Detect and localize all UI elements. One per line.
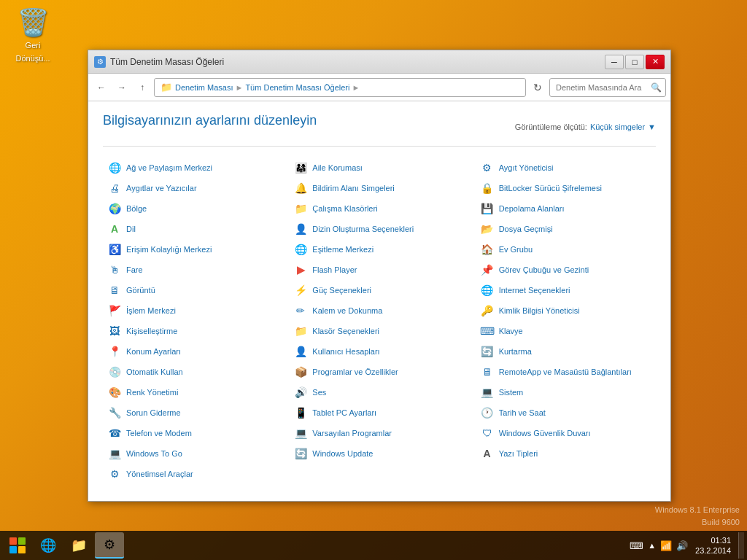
start-icon bbox=[9, 537, 26, 553]
item-flash[interactable]: ▶Flash Player bbox=[289, 260, 469, 279]
item-power[interactable]: ⚡Güç Seçenekleri bbox=[289, 281, 469, 300]
keyboard-layout-icon[interactable]: ⌨ bbox=[630, 540, 643, 551]
item-tablet[interactable]: 📱Tablet PC Ayarları bbox=[289, 403, 469, 422]
title-bar-left: ⚙ Tüm Denetim Masası Öğeleri bbox=[94, 56, 224, 68]
item-file-history[interactable]: 📂Dosya Geçmişi bbox=[476, 219, 656, 238]
family-icon: 👨‍👩‍👧 bbox=[293, 160, 308, 175]
forward-button[interactable]: → bbox=[113, 79, 131, 96]
item-indexing[interactable]: 👤Dizin Oluşturma Seçenekleri bbox=[289, 219, 469, 238]
item-language[interactable]: ADil bbox=[103, 219, 283, 238]
item-storage[interactable]: 💾Depolama Alanları bbox=[476, 199, 656, 218]
ie-icon: 🌐 bbox=[40, 537, 56, 553]
speaker-tray-icon[interactable]: 🔊 bbox=[676, 540, 688, 551]
item-device-manager[interactable]: ⚙Aygıt Yöneticisi bbox=[476, 158, 656, 177]
item-mouse[interactable]: 🖱Fare bbox=[103, 260, 283, 279]
item-datetime[interactable]: 🕐Tarih ve Saat bbox=[476, 403, 656, 422]
item-family[interactable]: 👨‍👩‍👧Aile Koruması bbox=[289, 158, 469, 177]
credential-icon: 🔑 bbox=[480, 303, 495, 318]
network-tray-icon[interactable]: 📶 bbox=[660, 540, 672, 551]
taskbar-item-explorer[interactable]: 📁 bbox=[64, 532, 93, 559]
clock[interactable]: 01:31 23.2.2014 bbox=[689, 535, 737, 556]
control-panel-window: ⚙ Tüm Denetim Masası Öğeleri ─ □ ✕ ← → ↑… bbox=[88, 50, 671, 502]
firewall-icon: 🛡 bbox=[480, 426, 495, 440]
item-pen[interactable]: ✏Kalem ve Dokunma bbox=[289, 301, 469, 320]
item-sound[interactable]: 🔊Ses bbox=[289, 383, 469, 402]
item-recovery[interactable]: 🔄Kurtarma bbox=[476, 342, 656, 361]
show-desktop-button[interactable] bbox=[738, 532, 744, 559]
sound-icon: 🔊 bbox=[293, 385, 308, 400]
tray-expand-icon[interactable]: ▲ bbox=[648, 541, 656, 550]
path-sep-1: ► bbox=[235, 83, 243, 92]
item-credential[interactable]: 🔑Kimlik Bilgisi Yöneticisi bbox=[476, 301, 656, 320]
item-default-programs[interactable]: 💻Varsayılan Programlar bbox=[289, 424, 469, 443]
item-display[interactable]: 🖥Görüntü bbox=[103, 281, 283, 300]
address-path[interactable]: 📁 Denetim Masası ► Tüm Denetim Masası Öğ… bbox=[154, 78, 526, 97]
item-taskbar-nav[interactable]: 📌Görev Çubuğu ve Gezinti bbox=[476, 260, 656, 279]
item-color[interactable]: 🎨Renk Yönetimi bbox=[103, 383, 283, 402]
taskbar: 🌐 📁 ⚙ ⌨ ▲ 📶 🔊 01:31 23.2.2014 bbox=[0, 531, 747, 560]
autoplay-icon: 💿 bbox=[107, 365, 122, 379]
item-fonts[interactable]: AYazı Tipleri bbox=[476, 444, 656, 463]
refresh-button[interactable]: ↻ bbox=[529, 79, 546, 96]
item-admin-tools[interactable]: ⚙Yönetimsel Araçlar bbox=[103, 464, 283, 483]
maximize-button[interactable]: □ bbox=[625, 55, 644, 69]
close-button[interactable]: ✕ bbox=[646, 55, 665, 69]
minimize-button[interactable]: ─ bbox=[605, 55, 624, 69]
path-part-2: Tüm Denetim Masası Öğeleri bbox=[245, 83, 349, 92]
storage-icon: 💾 bbox=[480, 201, 495, 216]
location-icon: 📍 bbox=[107, 344, 122, 359]
item-windows-to-go[interactable]: 💻Windows To Go bbox=[103, 444, 283, 463]
item-remoteapp[interactable]: 🖥RemoteApp ve Masaüstü Bağlantıları bbox=[476, 362, 656, 381]
internet-options-icon: 🌐 bbox=[480, 283, 495, 298]
pen-icon: ✏ bbox=[293, 303, 308, 318]
item-sync[interactable]: 🌐Eşitleme Merkezi bbox=[289, 240, 469, 259]
taskbar-item-ie[interactable]: 🌐 bbox=[34, 532, 63, 559]
item-system[interactable]: 💻Sistem bbox=[476, 383, 656, 402]
item-accessibility[interactable]: ♿Erişim Kolaylığı Merkezi bbox=[103, 240, 283, 259]
taskbar-item-control-panel[interactable]: ⚙ bbox=[95, 532, 124, 559]
language-icon: A bbox=[107, 222, 122, 236]
view-dropdown-icon[interactable]: ▼ bbox=[648, 122, 656, 131]
item-region[interactable]: 🌍Bölge bbox=[103, 199, 283, 218]
item-notification[interactable]: 🔔Bildirim Alanı Simgeleri bbox=[289, 179, 469, 198]
search-input[interactable] bbox=[549, 78, 666, 97]
work-folders-icon: 📁 bbox=[293, 201, 308, 216]
content-area: Bilgisayarınızın ayarlarını düzenleyin G… bbox=[88, 101, 670, 501]
item-folder-options[interactable]: 📁Klasör Seçenekleri bbox=[289, 322, 469, 341]
item-homegroup[interactable]: 🏠Ev Grubu bbox=[476, 240, 656, 259]
action-center-icon: 🚩 bbox=[107, 303, 122, 318]
window-icon: ⚙ bbox=[94, 56, 106, 68]
title-bar-controls: ─ □ ✕ bbox=[605, 55, 665, 69]
item-keyboard[interactable]: ⌨Klavye bbox=[476, 322, 656, 341]
recycle-bin[interactable]: 🗑️ GeriDönüşü... bbox=[7, 7, 58, 64]
item-internet-options[interactable]: 🌐Internet Seçenekleri bbox=[476, 281, 656, 300]
item-firewall[interactable]: 🛡Windows Güvenlik Duvarı bbox=[476, 424, 656, 443]
item-troubleshoot[interactable]: 🔧Sorun Giderme bbox=[103, 403, 283, 422]
start-button[interactable] bbox=[3, 531, 32, 560]
item-devices[interactable]: 🖨Aygıtlar ve Yazıcılar bbox=[103, 179, 283, 198]
item-network[interactable]: 🌐Ağ ve Paylaşım Merkezi bbox=[103, 158, 283, 177]
item-autoplay[interactable]: 💿Otomatik Kullan bbox=[103, 362, 283, 381]
os-watermark: Windows 8.1 Enterprise Build 9600 bbox=[655, 504, 740, 528]
up-button[interactable]: ↑ bbox=[133, 79, 151, 96]
default-programs-icon: 💻 bbox=[293, 426, 308, 440]
recycle-bin-icon: 🗑️ bbox=[7, 7, 58, 38]
mouse-icon: 🖱 bbox=[107, 262, 122, 277]
item-bitlocker[interactable]: 🔒BitLocker Sürücü Şifrelemesi bbox=[476, 179, 656, 198]
keyboard-icon: ⌨ bbox=[480, 324, 495, 338]
item-phone[interactable]: ☎Telefon ve Modem bbox=[103, 424, 283, 443]
bitlocker-icon: 🔒 bbox=[480, 181, 495, 195]
item-action-center[interactable]: 🚩İşlem Merkezi bbox=[103, 301, 283, 320]
explorer-icon: 📁 bbox=[71, 537, 87, 553]
item-personalize[interactable]: 🖼Kişiselleştirme bbox=[103, 322, 283, 341]
back-button[interactable]: ← bbox=[93, 79, 110, 96]
item-programs[interactable]: 📦Programlar ve Özellikler bbox=[289, 362, 469, 381]
item-user-accounts[interactable]: 👤Kullanıcı Hesapları bbox=[289, 342, 469, 361]
item-windows-update[interactable]: 🔄Windows Update bbox=[289, 444, 469, 463]
network-icon: 🌐 bbox=[107, 160, 122, 175]
title-bar: ⚙ Tüm Denetim Masası Öğeleri ─ □ ✕ bbox=[88, 50, 670, 74]
address-bar: ← → ↑ 📁 Denetim Masası ► Tüm Denetim Mas… bbox=[88, 74, 670, 101]
item-location[interactable]: 📍Konum Ayarları bbox=[103, 342, 283, 361]
view-option-link[interactable]: Küçük simgeler bbox=[590, 122, 645, 131]
item-work-folders[interactable]: 📁Çalışma Klasörleri bbox=[289, 199, 469, 218]
